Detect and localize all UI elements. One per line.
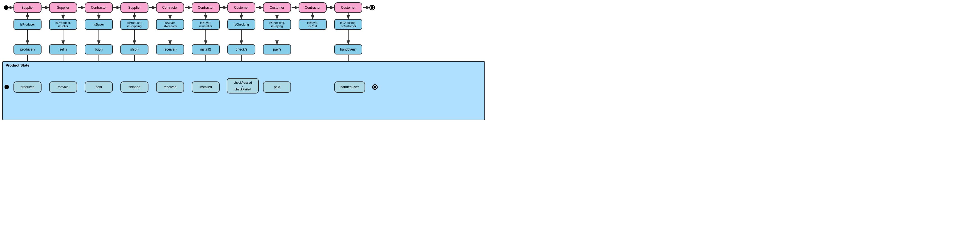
state-checkpassed-failed: checkPassed / checkFailed: [227, 78, 259, 94]
condition-isproducer-isseller: isProducer, isSeller: [49, 19, 77, 30]
condition-ischecking: isChecking: [228, 19, 255, 30]
state-handedover: handedOver: [334, 81, 365, 93]
condition-isbuyer-isinstaller: isBuyer, isInstaller: [192, 19, 220, 30]
actor-contractor-2: Contractor: [156, 2, 184, 13]
actor-contractor-4: Contractor: [299, 2, 327, 13]
state-forsale: forSale: [49, 81, 77, 93]
condition-isproducer-isshipping: isProducer, isShipping: [120, 19, 148, 30]
condition-isproducer: isProducer: [13, 19, 41, 30]
action-check: check(): [228, 45, 255, 54]
action-ship: ship(): [120, 45, 148, 54]
state-installed: installed: [192, 81, 220, 93]
action-install: install(): [192, 45, 220, 54]
actor-customer-1: Customer: [228, 2, 255, 13]
actor-supplier-3: Supplier: [120, 2, 148, 13]
action-sell: sell(): [49, 45, 77, 54]
condition-isbuyer: isBuyer: [85, 19, 113, 30]
action-buy: buy(): [85, 45, 113, 54]
action-produce: produce(): [13, 45, 41, 54]
actor-supplier-2: Supplier: [49, 2, 77, 13]
product-state-label: Product State: [6, 63, 29, 67]
actor-contractor-3: Contractor: [192, 2, 220, 13]
condition-ischecking-ispaying: isChecking, isPaying: [263, 19, 291, 30]
state-received: received: [156, 81, 184, 93]
actor-customer-2: Customer: [263, 2, 291, 13]
state-produced: produced: [13, 81, 41, 93]
state-paid: paid: [263, 81, 291, 93]
final-state-bottom: [372, 84, 378, 90]
actor-customer-3: Customer: [334, 2, 362, 13]
final-state-top: [369, 5, 375, 10]
action-pay: pay(): [263, 45, 291, 54]
state-shipped: shipped: [120, 81, 148, 93]
initial-state-top: [4, 5, 8, 10]
actor-supplier-1: Supplier: [13, 2, 41, 13]
actor-contractor-1: Contractor: [85, 2, 113, 13]
action-handover: handover(): [334, 45, 362, 54]
state-sold: sold: [85, 81, 113, 93]
condition-isbuyer-isreceiver: isBuyer, isReceiver: [156, 19, 184, 30]
diagram: Supplier Supplier Contractor Supplier Co…: [0, 0, 490, 123]
condition-isbuyer-ispaid: isBuyer, isPaid: [299, 19, 327, 30]
initial-state-bottom: [5, 85, 9, 89]
condition-ischecking-iscustomer: isChecking, isCustomer: [334, 19, 362, 30]
action-receive: receive(): [156, 45, 184, 54]
